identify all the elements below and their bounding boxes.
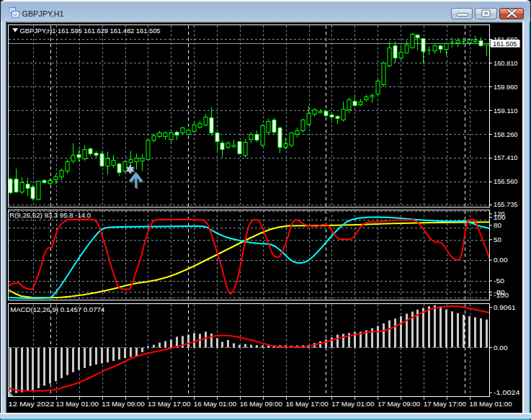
svg-text:0.00: 0.00: [494, 344, 508, 352]
svg-text:13 May 17:00: 13 May 17:00: [148, 400, 190, 408]
svg-text:16 May 01:00: 16 May 01:00: [194, 400, 236, 408]
svg-text:156.560: 156.560: [494, 177, 518, 185]
svg-text:17 May 09:00: 17 May 09:00: [378, 400, 420, 408]
svg-text:155.735: 155.735: [494, 200, 518, 208]
svg-text:GBPJPY,H1 161.595 161.629 161.: GBPJPY,H1 161.595 161.629 161.482 161.50…: [20, 27, 161, 35]
svg-text:159.960: 159.960: [494, 83, 518, 91]
svg-text:100: 100: [494, 213, 506, 221]
svg-text:R(9,26,52) 93.3 95.8 -14.0: R(9,26,52) 93.3 95.8 -14.0: [9, 211, 91, 219]
svg-text:16 May 17:00: 16 May 17:00: [285, 400, 328, 408]
svg-text:0.00: 0.00: [494, 256, 508, 264]
svg-text:13 May 09:00: 13 May 09:00: [102, 400, 144, 408]
svg-text:159.110: 159.110: [494, 107, 518, 115]
svg-text:-50: -50: [494, 277, 504, 285]
svg-text:80: 80: [494, 221, 501, 229]
svg-text:-1.0024: -1.0024: [494, 388, 520, 396]
svg-text:158.260: 158.260: [494, 130, 518, 138]
svg-text:0.9061: 0.9061: [494, 303, 516, 311]
svg-text:17 May 01:00: 17 May 01:00: [331, 400, 374, 408]
svg-text:17 May 17:00: 17 May 17:00: [424, 400, 466, 408]
svg-text:MACD(12,26,9) 0.1457 0.0774: MACD(12,26,9) 0.1457 0.0774: [10, 305, 104, 313]
svg-text:160.810: 160.810: [494, 59, 518, 67]
svg-text:161.505: 161.505: [493, 40, 517, 48]
svg-text:157.410: 157.410: [494, 153, 518, 161]
svg-text:13 May 01:00: 13 May 01:00: [56, 400, 99, 408]
svg-text:12 May 2022: 12 May 2022: [9, 400, 55, 408]
svg-text:18 May 01:00: 18 May 01:00: [469, 400, 512, 408]
svg-text:-100: -100: [494, 291, 509, 299]
svg-text:50: 50: [494, 236, 501, 243]
svg-text:16 May 09:00: 16 May 09:00: [240, 400, 282, 408]
